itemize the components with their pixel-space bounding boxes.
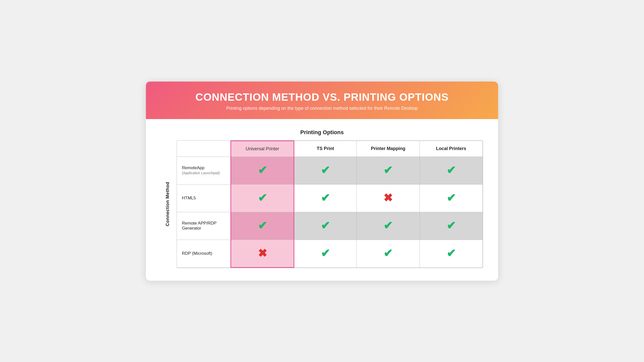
cell-tsprint: ✔ (294, 240, 357, 267)
check-icon: ✔ (258, 219, 267, 232)
check-icon: ✔ (447, 164, 456, 176)
th-tsprint: TS Print (294, 141, 357, 157)
connection-method-label: Connection Method (165, 182, 170, 226)
cell-local-printers: ✔ (420, 157, 482, 184)
check-icon: ✔ (383, 164, 393, 176)
cell-universal: ✔ (231, 184, 294, 212)
cross-icon: ✖ (383, 192, 393, 204)
cell-tsprint: ✔ (294, 157, 357, 184)
cell-printer-mapping: ✔ (356, 212, 420, 240)
cell-universal: ✔ (231, 157, 294, 184)
cell-tsprint: ✔ (294, 212, 357, 240)
th-printer-mapping: Printer Mapping (356, 141, 420, 157)
check-icon: ✔ (321, 219, 330, 232)
cell-local-printers: ✔ (420, 184, 482, 212)
header-row: Universal Printer TS Print Printer Mappi… (177, 141, 483, 157)
cell-universal: ✖ (231, 240, 294, 267)
row-label-cell: RemoteApp(Application Launchpad) (177, 157, 231, 184)
page-title: CONNECTION METHOD VS. PRINTING OPTIONS (161, 91, 483, 103)
printing-options-label: Printing Options (161, 129, 483, 136)
connection-method-wrapper: Connection Method (161, 140, 174, 268)
check-icon: ✔ (321, 164, 330, 176)
check-icon: ✔ (447, 219, 456, 232)
check-icon: ✔ (383, 219, 393, 232)
table-row: Remote APP/RDP Generator✔✔✔✔ (177, 212, 483, 240)
check-icon: ✔ (383, 247, 393, 259)
cell-printer-mapping: ✖ (356, 184, 420, 212)
check-icon: ✔ (447, 192, 456, 204)
row-label-cell: Remote APP/RDP Generator (177, 212, 231, 240)
cell-local-printers: ✔ (420, 212, 482, 240)
cross-icon: ✖ (258, 247, 267, 259)
table-row: HTML5✔✔✖✔ (177, 184, 483, 212)
table-row: RemoteApp(Application Launchpad)✔✔✔✔ (177, 157, 483, 184)
row-label-cell: HTML5 (177, 184, 231, 212)
cell-universal: ✔ (231, 212, 294, 240)
table-wrapper: Connection Method Universal Printer TS P… (161, 140, 483, 268)
check-icon: ✔ (321, 247, 330, 259)
cell-printer-mapping: ✔ (356, 240, 420, 267)
check-icon: ✔ (321, 192, 330, 204)
header-section: CONNECTION METHOD VS. PRINTING OPTIONS P… (146, 82, 498, 119)
th-empty (177, 141, 231, 157)
comparison-table: Universal Printer TS Print Printer Mappi… (177, 140, 483, 268)
row-label-cell: RDP (Microsoft) (177, 240, 231, 267)
check-icon: ✔ (447, 247, 456, 259)
cell-local-printers: ✔ (420, 240, 482, 267)
table-row: RDP (Microsoft)✖✔✔✔ (177, 240, 483, 267)
content-section: Printing Options Connection Method Unive… (146, 119, 498, 281)
page-subtitle: Printing options depending on the type o… (161, 106, 483, 111)
check-icon: ✔ (258, 192, 267, 204)
main-card: CONNECTION METHOD VS. PRINTING OPTIONS P… (146, 82, 498, 281)
th-local-printers: Local Printers (420, 141, 482, 157)
check-icon: ✔ (258, 164, 267, 176)
th-universal: Universal Printer (231, 141, 294, 157)
comparison-table-outer: Universal Printer TS Print Printer Mappi… (177, 140, 483, 268)
cell-printer-mapping: ✔ (356, 157, 420, 184)
cell-tsprint: ✔ (294, 184, 357, 212)
